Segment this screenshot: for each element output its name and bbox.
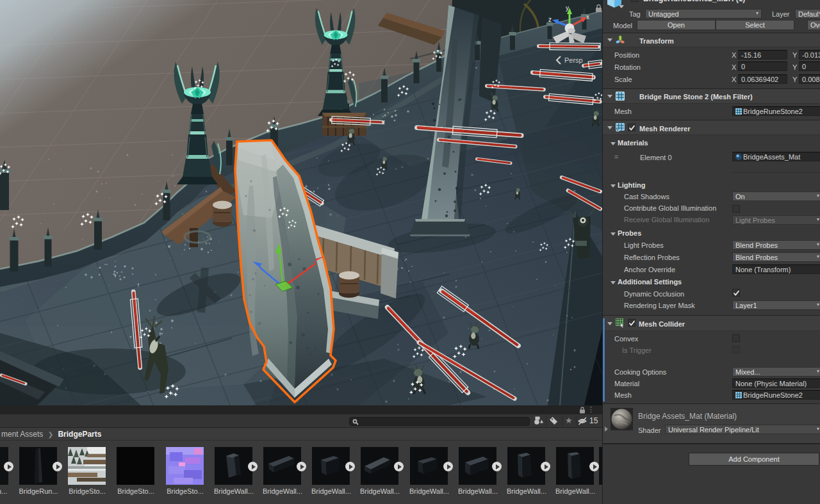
svg-text:z: z	[548, 16, 552, 23]
svg-text:y: y	[566, 4, 569, 12]
svg-text:x: x	[586, 13, 589, 20]
svg-text:Persp: Persp	[564, 56, 583, 64]
